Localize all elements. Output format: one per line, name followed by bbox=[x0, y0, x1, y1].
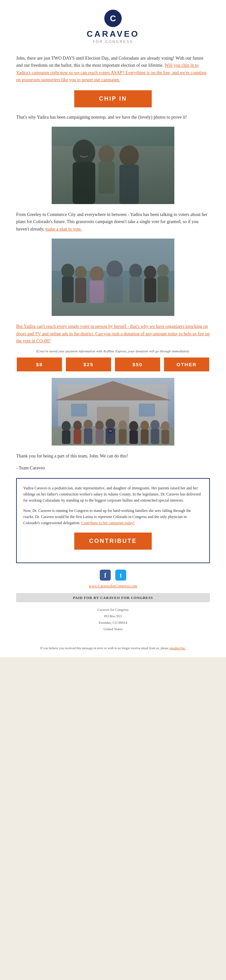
footer-info-box: Yadira Caraveo is a pediatrician, state … bbox=[16, 478, 210, 563]
photo3-container bbox=[16, 378, 210, 447]
svg-rect-57 bbox=[52, 378, 174, 445]
svg-point-5 bbox=[119, 145, 139, 166]
svg-rect-2 bbox=[52, 146, 174, 204]
chip-in-section: CHIP IN bbox=[16, 90, 210, 107]
svg-rect-1 bbox=[52, 127, 174, 204]
header: C CARAVEO FOR CONGRESS bbox=[0, 0, 226, 48]
svg-rect-0 bbox=[52, 127, 174, 204]
photo1-container bbox=[16, 127, 210, 205]
bio-text-1: Yadira Caraveo is a pediatrician, state … bbox=[23, 485, 203, 504]
closing-text: Thank you for being a part of this team,… bbox=[16, 453, 210, 460]
address-line2: PO Box 953 bbox=[16, 613, 210, 620]
sign-off: - Team Caraveo bbox=[16, 465, 210, 472]
brand-sub: FOR CONGRESS bbox=[6, 40, 220, 43]
social-row: f t bbox=[16, 570, 210, 581]
photo2-container bbox=[16, 239, 210, 317]
paid-by: PAID FOR BY CARAVEO FOR CONGRESS bbox=[16, 593, 210, 602]
svg-rect-26 bbox=[157, 276, 168, 302]
svg-rect-24 bbox=[144, 278, 156, 302]
photo2 bbox=[52, 239, 174, 316]
contribute-button[interactable]: CONTRIBUTE bbox=[74, 533, 152, 550]
twitter-icon[interactable]: t bbox=[115, 570, 126, 581]
svg-rect-6 bbox=[119, 165, 139, 204]
svg-rect-27 bbox=[52, 239, 174, 316]
svg-rect-14 bbox=[62, 277, 74, 302]
svg-point-7 bbox=[98, 145, 115, 163]
donate-8-button[interactable]: $8 bbox=[17, 358, 62, 371]
contribute-today-link[interactable]: Contribute to her campaign today! bbox=[81, 520, 134, 525]
make-plan-link[interactable]: make a plan to vote. bbox=[45, 227, 82, 231]
svg-rect-4 bbox=[73, 162, 95, 204]
svg-rect-16 bbox=[75, 278, 86, 303]
after-photo1-text: That's why Yadira has been campaigning n… bbox=[16, 114, 210, 121]
main-content: John, there are just TWO DAYS until Elec… bbox=[0, 48, 226, 641]
svg-rect-12 bbox=[52, 290, 174, 316]
photo1 bbox=[52, 127, 174, 204]
before-photo2-text: From Greeley to Commerce City and everyw… bbox=[16, 211, 210, 233]
svg-point-17 bbox=[90, 266, 104, 282]
ask-paragraph: But Yadira can't reach every single vote… bbox=[16, 323, 210, 345]
address-block: Caraveo for Congress PO Box 953 Eastlake… bbox=[16, 607, 210, 632]
svg-point-13 bbox=[61, 264, 74, 278]
donate-25-button[interactable]: $25 bbox=[66, 358, 111, 371]
facebook-icon[interactable]: f bbox=[100, 570, 111, 581]
contribute-btn-container: CONTRIBUTE bbox=[23, 533, 203, 550]
address-line4: United States bbox=[16, 626, 210, 633]
svg-rect-11 bbox=[52, 239, 174, 271]
address-line3: Eastlake, CO 80614 bbox=[16, 620, 210, 626]
svg-point-25 bbox=[157, 264, 169, 277]
logo-letter: C bbox=[110, 14, 116, 24]
unsubscribe-link[interactable]: unsubscribe. bbox=[170, 646, 186, 650]
donate-other-button[interactable]: OTHER bbox=[164, 358, 209, 371]
intro-paragraph: John, there are just TWO DAYS until Elec… bbox=[16, 55, 210, 84]
svg-rect-9 bbox=[52, 127, 174, 204]
photo3 bbox=[52, 378, 174, 445]
unsubscribe-section: If you believe you received this message… bbox=[0, 641, 226, 657]
brand-name: CARAVEO bbox=[6, 29, 220, 39]
svg-point-19 bbox=[107, 261, 123, 278]
svg-rect-8 bbox=[98, 162, 115, 194]
svg-point-3 bbox=[73, 140, 95, 165]
svg-point-21 bbox=[129, 264, 142, 278]
svg-point-15 bbox=[75, 266, 87, 279]
svg-rect-20 bbox=[107, 277, 123, 303]
svg-rect-10 bbox=[52, 239, 174, 316]
logo-circle: C bbox=[104, 10, 122, 27]
donation-buttons: $8 $25 $50 OTHER bbox=[16, 358, 210, 371]
address-line1: Caraveo for Congress bbox=[16, 607, 210, 613]
svg-rect-18 bbox=[90, 280, 104, 303]
bio-text-2: Now, Dr. Caraveo is running for Congress… bbox=[23, 508, 203, 527]
actblue-note: If you've saved your payment information… bbox=[16, 349, 210, 353]
svg-rect-22 bbox=[130, 277, 142, 302]
donate-50-button[interactable]: $50 bbox=[115, 358, 160, 371]
chip-in-button[interactable]: CHIP IN bbox=[74, 90, 152, 107]
website-link[interactable]: www.CaraveoforCongress.com bbox=[16, 584, 210, 589]
svg-point-23 bbox=[144, 266, 156, 279]
unsubscribe-text: If you believe you received this message… bbox=[40, 646, 168, 650]
ask-link[interactable]: But Yadira can't reach every single vote… bbox=[16, 324, 210, 343]
